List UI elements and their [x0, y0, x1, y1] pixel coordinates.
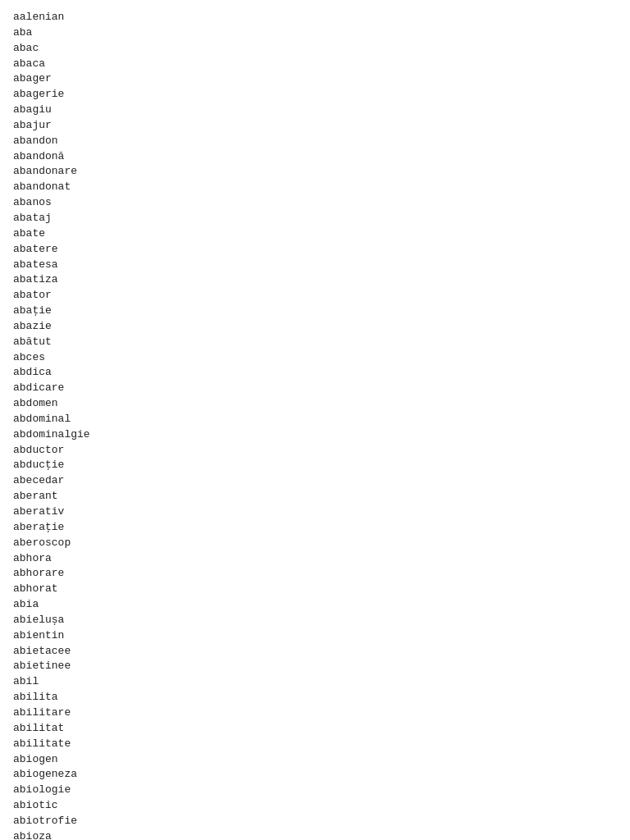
- list-item: abdomen: [13, 396, 617, 412]
- list-item: abiologie: [13, 783, 617, 798]
- list-item: abilitate: [13, 737, 617, 752]
- list-item: abataj: [13, 211, 617, 226]
- list-item: abecedar: [13, 473, 617, 489]
- list-item: abietinee: [13, 659, 617, 674]
- list-item: aba: [13, 25, 617, 41]
- list-item: abhorat: [13, 582, 617, 597]
- list-item: abandonare: [13, 164, 617, 180]
- list-item: abductor: [13, 443, 617, 459]
- list-item: abator: [13, 288, 617, 304]
- list-item: abilitare: [13, 705, 617, 721]
- list-item: abietacee: [13, 644, 617, 660]
- list-item: abager: [13, 71, 617, 87]
- list-item: abiotic: [13, 798, 617, 814]
- list-item: abielușa: [13, 613, 617, 628]
- list-item: abdica: [13, 365, 617, 381]
- list-item: abaca: [13, 57, 617, 72]
- list-item: abhora: [13, 551, 617, 567]
- list-item: abate: [13, 226, 617, 242]
- list-item: abdominal: [13, 412, 617, 427]
- list-item: abatesa: [13, 258, 617, 273]
- list-item: abagerie: [13, 87, 617, 103]
- list-item: abia: [13, 597, 617, 613]
- list-item: abhorare: [13, 566, 617, 582]
- list-item: aalenian: [13, 10, 617, 25]
- list-item: abilita: [13, 690, 617, 705]
- list-item: abientin: [13, 628, 617, 644]
- list-item: abație: [13, 304, 617, 319]
- list-item: abatiza: [13, 272, 617, 288]
- list-item: aberație: [13, 520, 617, 536]
- list-item: abatere: [13, 242, 617, 258]
- list-item: abces: [13, 350, 617, 366]
- list-item: abilitat: [13, 721, 617, 737]
- list-item: abazie: [13, 319, 617, 335]
- list-item: abandonă: [13, 149, 617, 165]
- word-list: aalenianabaabacabacaabagerabagerieabagiu…: [13, 10, 617, 840]
- list-item: abil: [13, 674, 617, 690]
- list-item: abagiu: [13, 103, 617, 118]
- list-item: abducție: [13, 458, 617, 473]
- list-item: abătut: [13, 335, 617, 350]
- list-item: abioza: [13, 829, 617, 840]
- list-item: abdicare: [13, 381, 617, 396]
- list-item: abiotrofie: [13, 814, 617, 829]
- list-item: abajur: [13, 118, 617, 134]
- list-item: aberativ: [13, 504, 617, 520]
- list-item: aberant: [13, 489, 617, 504]
- list-item: abiogen: [13, 752, 617, 768]
- list-item: abdominalgie: [13, 427, 617, 443]
- list-item: abiogeneza: [13, 767, 617, 783]
- list-item: aberoscop: [13, 536, 617, 551]
- list-item: abandon: [13, 134, 617, 149]
- list-item: abandonat: [13, 180, 617, 195]
- list-item: abac: [13, 41, 617, 57]
- list-item: abanos: [13, 195, 617, 211]
